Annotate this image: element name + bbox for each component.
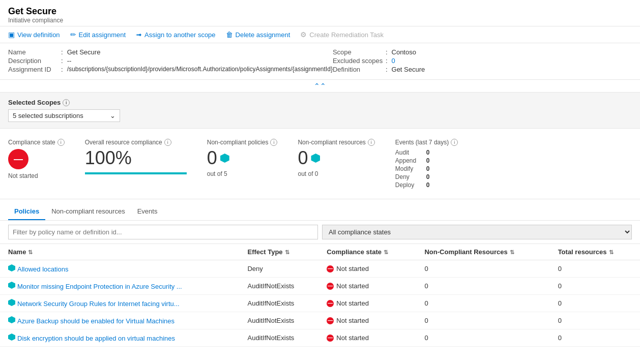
definition-icon: ▣ bbox=[8, 31, 15, 39]
scope-label: Selected Scopes i bbox=[8, 99, 632, 106]
compliance-state-filter[interactable]: All compliance states bbox=[322, 225, 632, 239]
policy-link[interactable]: Monitor missing Endpoint Protection in A… bbox=[17, 283, 182, 290]
table-row: Allowed locationsDeny—Not started00 bbox=[0, 260, 640, 278]
column-header-non_compliant_resources[interactable]: Non-Compliant Resources⇅ bbox=[416, 244, 549, 260]
info-assignment-row: Assignment ID : /subscriptions/{subscrip… bbox=[8, 66, 333, 73]
compliance-state-cell: —Not started bbox=[318, 278, 416, 295]
sort-icon: ⇅ bbox=[510, 249, 514, 255]
event-row: Audit0 bbox=[395, 149, 458, 156]
resources-cube-icon bbox=[311, 154, 320, 163]
overall-compliance-metric: Overall resource compliance i 100% bbox=[85, 139, 187, 174]
policy-link[interactable]: Azure Backup should be enabled for Virtu… bbox=[17, 317, 174, 325]
not-started-icon: — bbox=[327, 335, 334, 342]
row-cube-icon bbox=[8, 299, 15, 306]
info-section: Name : Get Secure Description : -- Assig… bbox=[0, 43, 640, 80]
chevron-down-icon: ⌄ bbox=[110, 112, 115, 119]
policy-link[interactable]: Allowed locations bbox=[17, 265, 68, 273]
compliance-progress-fill bbox=[85, 172, 187, 174]
sort-icon: ⇅ bbox=[384, 249, 388, 255]
compliance-progress-bar bbox=[85, 172, 187, 174]
total-resources-cell: 0 bbox=[550, 312, 640, 329]
total-resources-cell: 0 bbox=[550, 329, 640, 347]
effect-type-cell: Deny bbox=[239, 260, 318, 278]
table-row: Network Security Group Rules for Interne… bbox=[0, 295, 640, 312]
not-started-icon: — bbox=[327, 300, 334, 307]
not-started-icon: — bbox=[327, 317, 334, 324]
total-resources-cell: 0 bbox=[550, 260, 640, 278]
total-resources-cell: 0 bbox=[550, 278, 640, 295]
policy-link[interactable]: Disk encryption should be applied on vir… bbox=[17, 335, 175, 342]
non-compliant-policies-info-icon[interactable]: i bbox=[270, 139, 277, 146]
compliance-state-cell: —Not started bbox=[318, 329, 416, 347]
view-definition-button[interactable]: ▣ View definition bbox=[8, 31, 60, 39]
assign-scope-button[interactable]: ➟ Assign to another scope bbox=[136, 31, 215, 39]
effect-type-cell: AuditIfNotExists bbox=[239, 312, 318, 329]
policy-name-cell[interactable]: Network Security Group Rules for Interne… bbox=[0, 295, 239, 312]
column-header-name[interactable]: Name⇅ bbox=[0, 244, 239, 260]
effect-type-cell: AuditIfNotExists bbox=[239, 329, 318, 347]
table-body: Allowed locationsDeny—Not started00Monit… bbox=[0, 260, 640, 347]
policy-filter-input[interactable] bbox=[8, 225, 318, 239]
info-definition-row: Definition : Get Secure bbox=[333, 66, 632, 73]
info-scope-row: Scope : Contoso bbox=[333, 48, 632, 56]
column-header-effect_type[interactable]: Effect Type⇅ bbox=[239, 244, 318, 260]
non-compliant-resources-cell: 0 bbox=[416, 295, 549, 312]
event-row: Deploy0 bbox=[395, 181, 458, 189]
scope-info-icon[interactable]: i bbox=[63, 99, 70, 106]
compliance-state-cell: —Not started bbox=[318, 312, 416, 329]
non-compliant-policies-metric: Non-compliant policies i 0 out of 5 bbox=[207, 139, 278, 177]
info-name-row: Name : Get Secure bbox=[8, 48, 333, 56]
events-metric: Events (last 7 days) i Audit0Append0Modi… bbox=[395, 139, 458, 189]
info-excluded-scopes-row: Excluded scopes : 0 bbox=[333, 57, 632, 65]
effect-type-cell: AuditIfNotExists bbox=[239, 295, 318, 312]
edit-assignment-button[interactable]: ✏ Edit assignment bbox=[70, 31, 126, 39]
events-info-icon[interactable]: i bbox=[451, 139, 458, 146]
non-compliant-resources-info-icon[interactable]: i bbox=[368, 139, 375, 146]
create-remediation-button[interactable]: ⚙ Create Remediation Task bbox=[300, 31, 384, 39]
info-description-row: Description : -- bbox=[8, 57, 333, 65]
compliance-state-cell: —Not started bbox=[318, 260, 416, 278]
scope-dropdown[interactable]: 5 selected subscriptions ⌄ bbox=[8, 109, 120, 122]
table-row: Disk encryption should be applied on vir… bbox=[0, 329, 640, 347]
collapse-row[interactable]: ⌃⌃ bbox=[0, 80, 640, 93]
non-compliant-resources-metric: Non-compliant resources i 0 out of 0 bbox=[298, 139, 374, 177]
compliance-state-info-icon[interactable]: i bbox=[57, 139, 65, 146]
total-resources-cell: 0 bbox=[550, 295, 640, 312]
table-filters: All compliance states bbox=[0, 221, 640, 244]
assign-icon: ➟ bbox=[136, 31, 142, 39]
tab-policies[interactable]: Policies bbox=[8, 203, 45, 220]
non-compliant-resources-cell: 0 bbox=[416, 278, 549, 295]
tab-events[interactable]: Events bbox=[131, 203, 164, 220]
column-header-compliance_state[interactable]: Compliance state⇅ bbox=[318, 244, 416, 260]
compliance-state-icon bbox=[8, 149, 28, 169]
page-title: Get Secure bbox=[8, 6, 632, 17]
collapse-icon[interactable]: ⌃⌃ bbox=[314, 82, 326, 90]
tab-non-compliant-resources[interactable]: Non-compliant resources bbox=[45, 203, 131, 220]
row-cube-icon bbox=[8, 316, 15, 323]
column-header-total_resources[interactable]: Total resources⇅ bbox=[550, 244, 640, 260]
policies-cube-icon bbox=[220, 154, 229, 163]
policy-name-cell[interactable]: Allowed locations bbox=[0, 260, 239, 278]
sort-icon: ⇅ bbox=[609, 249, 614, 255]
not-started-icon: — bbox=[327, 265, 334, 272]
overall-compliance-info-icon[interactable]: i bbox=[164, 139, 171, 146]
table-row: Monitor missing Endpoint Protection in A… bbox=[0, 278, 640, 295]
page-header: Get Secure Initiative compliance bbox=[0, 0, 640, 26]
delete-assignment-button[interactable]: 🗑 Delete assignment bbox=[226, 31, 290, 39]
policy-name-cell[interactable]: Disk encryption should be applied on vir… bbox=[0, 329, 239, 347]
table-header: Name⇅Effect Type⇅Compliance state⇅Non-Co… bbox=[0, 244, 640, 260]
scope-section: Selected Scopes i 5 selected subscriptio… bbox=[0, 93, 640, 129]
policies-table: Name⇅Effect Type⇅Compliance state⇅Non-Co… bbox=[0, 244, 640, 347]
sort-icon: ⇅ bbox=[28, 249, 33, 255]
policy-name-cell[interactable]: Azure Backup should be enabled for Virtu… bbox=[0, 312, 239, 329]
sort-icon: ⇅ bbox=[285, 249, 289, 255]
remediation-icon: ⚙ bbox=[300, 31, 307, 39]
tabs-section: PoliciesNon-compliant resourcesEvents bbox=[0, 203, 640, 221]
effect-type-cell: AuditIfNotExists bbox=[239, 278, 318, 295]
row-cube-icon bbox=[8, 282, 15, 289]
compliance-state-metric: Compliance state i Not started bbox=[8, 139, 65, 179]
policy-name-cell[interactable]: Monitor missing Endpoint Protection in A… bbox=[0, 278, 239, 295]
table-row: Azure Backup should be enabled for Virtu… bbox=[0, 312, 640, 329]
policy-link[interactable]: Network Security Group Rules for Interne… bbox=[17, 300, 180, 308]
events-list: Audit0Append0Modify0Deny0Deploy0 bbox=[395, 149, 458, 189]
